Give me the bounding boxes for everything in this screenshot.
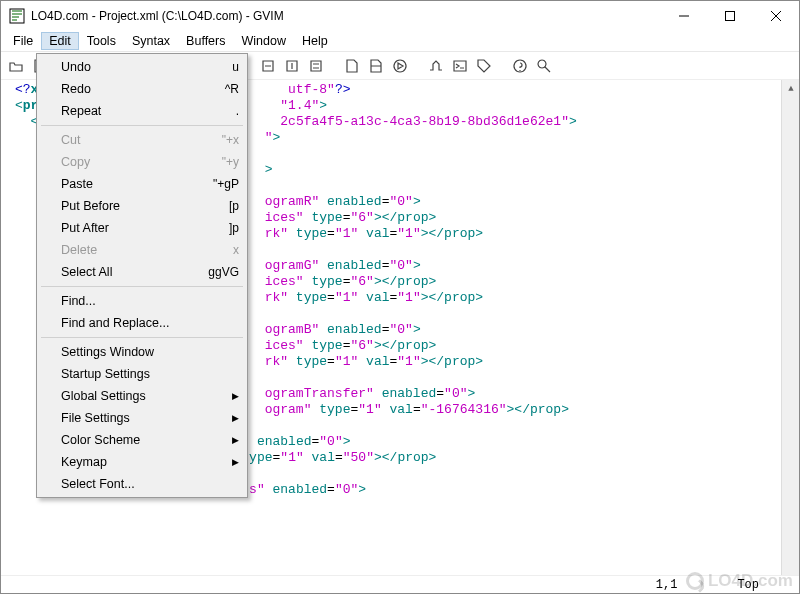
menuitem-file-settings[interactable]: File Settings▶: [39, 407, 245, 429]
menu-separator: [41, 286, 243, 287]
menuitem-label: Cut: [61, 133, 80, 147]
menuitem-shortcut: ggVG: [208, 265, 239, 279]
shell-icon[interactable]: [449, 55, 471, 77]
open-icon[interactable]: [5, 55, 27, 77]
menuitem-label: Put After: [61, 221, 109, 235]
make-icon[interactable]: [425, 55, 447, 77]
menu-help[interactable]: Help: [294, 32, 336, 50]
statusbar: 1,1 Top: [1, 575, 799, 593]
watermark: LO4D.com: [686, 571, 793, 591]
menuitem-delete: Deletex: [39, 239, 245, 261]
menuitem-shortcut: x: [233, 243, 239, 257]
find-prev-icon[interactable]: [257, 55, 279, 77]
menuitem-select-font[interactable]: Select Font...: [39, 473, 245, 495]
menu-window[interactable]: Window: [233, 32, 293, 50]
maximize-button[interactable]: [707, 1, 753, 31]
svg-rect-1: [726, 12, 735, 21]
window-controls: [661, 1, 799, 31]
menuitem-shortcut: "+y: [222, 155, 239, 169]
submenu-arrow-icon: ▶: [232, 457, 239, 467]
menuitem-label: Find and Replace...: [61, 316, 169, 330]
load-session-icon[interactable]: [365, 55, 387, 77]
menu-tools[interactable]: Tools: [79, 32, 124, 50]
menuitem-label: Select Font...: [61, 477, 135, 491]
menuitem-label: Select All: [61, 265, 112, 279]
menuitem-shortcut: ]p: [229, 221, 239, 235]
cursor-position: 1,1: [656, 578, 678, 592]
edit-menu-dropdown: UndouRedo^RRepeat.Cut"+xCopy"+yPaste"+gP…: [36, 53, 248, 498]
menuitem-label: File Settings: [61, 411, 130, 425]
menuitem-find[interactable]: Find...: [39, 290, 245, 312]
menuitem-cut: Cut"+x: [39, 129, 245, 151]
menuitem-label: Find...: [61, 294, 96, 308]
menuitem-label: Copy: [61, 155, 90, 169]
run-script-icon[interactable]: [389, 55, 411, 77]
fold-gutter: [1, 80, 13, 575]
menuitem-repeat[interactable]: Repeat.: [39, 100, 245, 122]
menuitem-color-scheme[interactable]: Color Scheme▶: [39, 429, 245, 451]
menuitem-shortcut: "+gP: [213, 177, 239, 191]
find-help-icon[interactable]: [533, 55, 555, 77]
menuitem-global-settings[interactable]: Global Settings▶: [39, 385, 245, 407]
menuitem-find-and-replace[interactable]: Find and Replace...: [39, 312, 245, 334]
menuitem-settings-window[interactable]: Settings Window: [39, 341, 245, 363]
replace-icon[interactable]: [305, 55, 327, 77]
menuitem-label: Delete: [61, 243, 97, 257]
menuitem-redo[interactable]: Redo^R: [39, 78, 245, 100]
submenu-arrow-icon: ▶: [232, 391, 239, 401]
menu-separator: [41, 125, 243, 126]
menuitem-label: Paste: [61, 177, 93, 191]
menuitem-put-before[interactable]: Put Before[p: [39, 195, 245, 217]
menuitem-label: Color Scheme: [61, 433, 140, 447]
minimize-button[interactable]: [661, 1, 707, 31]
menuitem-label: Startup Settings: [61, 367, 150, 381]
menu-buffers[interactable]: Buffers: [178, 32, 233, 50]
menu-syntax[interactable]: Syntax: [124, 32, 178, 50]
help-icon[interactable]: [509, 55, 531, 77]
menuitem-shortcut: ^R: [225, 82, 239, 96]
submenu-arrow-icon: ▶: [232, 435, 239, 445]
menuitem-label: Put Before: [61, 199, 120, 213]
menuitem-label: Undo: [61, 60, 91, 74]
menuitem-put-after[interactable]: Put After]p: [39, 217, 245, 239]
menuitem-select-all[interactable]: Select AllggVG: [39, 261, 245, 283]
menuitem-keymap[interactable]: Keymap▶: [39, 451, 245, 473]
submenu-arrow-icon: ▶: [232, 413, 239, 423]
find-next-icon[interactable]: [281, 55, 303, 77]
menuitem-startup-settings[interactable]: Startup Settings: [39, 363, 245, 385]
menuitem-paste[interactable]: Paste"+gP: [39, 173, 245, 195]
menuitem-label: Repeat: [61, 104, 101, 118]
menuitem-shortcut: [p: [229, 199, 239, 213]
menuitem-shortcut: "+x: [222, 133, 239, 147]
menuitem-label: Redo: [61, 82, 91, 96]
menuitem-label: Settings Window: [61, 345, 154, 359]
window-title: LO4D.com - Project.xml (C:\LO4D.com) - G…: [31, 9, 661, 23]
new-session-icon[interactable]: [341, 55, 363, 77]
watermark-text: LO4D.com: [708, 571, 793, 591]
menuitem-shortcut: u: [232, 60, 239, 74]
scroll-up-icon[interactable]: ▲: [782, 80, 800, 98]
close-button[interactable]: [753, 1, 799, 31]
menuitem-copy: Copy"+y: [39, 151, 245, 173]
menuitem-label: Global Settings: [61, 389, 146, 403]
menubar: FileEditToolsSyntaxBuffersWindowHelp: [1, 31, 799, 52]
menu-separator: [41, 337, 243, 338]
tag-icon[interactable]: [473, 55, 495, 77]
titlebar: LO4D.com - Project.xml (C:\LO4D.com) - G…: [1, 1, 799, 31]
app-icon: [9, 8, 25, 24]
menuitem-shortcut: .: [236, 104, 239, 118]
menu-file[interactable]: File: [5, 32, 41, 50]
menuitem-label: Keymap: [61, 455, 107, 469]
menu-edit[interactable]: Edit: [41, 32, 79, 50]
watermark-icon: [686, 572, 704, 590]
vertical-scrollbar[interactable]: ▲: [781, 80, 799, 575]
menuitem-undo[interactable]: Undou: [39, 56, 245, 78]
app-window: LO4D.com - Project.xml (C:\LO4D.com) - G…: [0, 0, 800, 594]
